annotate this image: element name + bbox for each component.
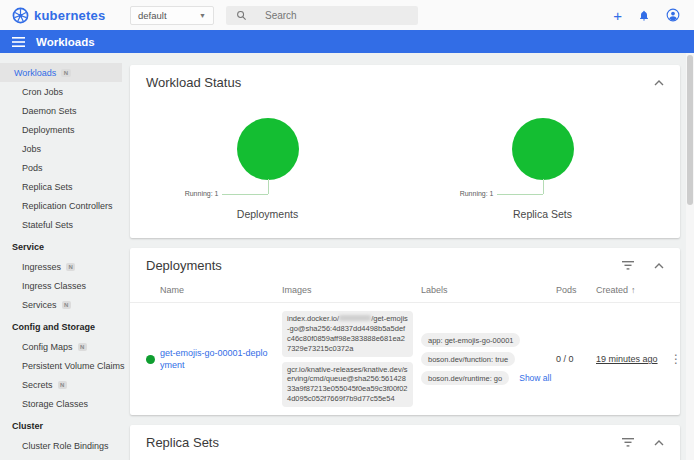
search-icon: [236, 10, 247, 21]
search-input[interactable]: Search: [226, 6, 418, 25]
pie-slice-running: [237, 118, 299, 180]
filter-icon[interactable]: [622, 438, 634, 447]
kubernetes-logo[interactable]: kubernetes: [0, 7, 118, 24]
label-chip: boson.dev/function: true: [421, 352, 515, 366]
pie-slice-running: [512, 118, 574, 180]
menu-hamburger-icon[interactable]: [12, 37, 25, 47]
namespace-selector[interactable]: default ▼: [130, 6, 214, 25]
card-title: Workload Status: [146, 75, 654, 90]
create-resource-button[interactable]: +: [613, 8, 622, 23]
page-title: Workloads: [36, 36, 95, 48]
scrollbar-thumb[interactable]: [687, 55, 693, 205]
sidebar-item-replication-controllers[interactable]: Replication Controllers: [0, 196, 122, 215]
column-header-images[interactable]: Images: [282, 285, 421, 295]
app-bar: Workloads: [0, 30, 694, 53]
top-actions: +: [613, 8, 694, 23]
card-title: Deployments: [146, 258, 622, 273]
card-title: Replica Sets: [146, 435, 622, 450]
column-header-labels[interactable]: Labels: [421, 285, 556, 295]
sidebar-item-label: Persistent Volume Claims: [22, 361, 125, 371]
sidebar-item-label: Secrets: [22, 380, 53, 390]
kubernetes-wheel-icon: [12, 7, 29, 24]
sidebar-item-secrets[interactable]: SecretsN: [0, 375, 122, 394]
sidebar-item-jobs[interactable]: Jobs: [0, 139, 122, 158]
legend-callout-line: [222, 194, 268, 195]
sidebar-section-config-storage: Config and Storage: [0, 314, 122, 337]
sidebar-item-pods[interactable]: Pods: [0, 158, 122, 177]
column-header-created[interactable]: Created ↑: [596, 285, 668, 295]
sidebar-item-config-maps[interactable]: Config MapsN: [0, 337, 122, 356]
sidebar-item-stateful-sets[interactable]: Stateful Sets: [0, 215, 122, 234]
sidebar-item-replica-sets[interactable]: Replica Sets: [0, 177, 122, 196]
sidebar: WorkloadsN Cron Jobs Daemon Sets Deploym…: [0, 53, 122, 460]
chart-title: Deployments: [130, 208, 405, 220]
pie-legend: Running: 1: [185, 190, 219, 197]
image-chip: index.docker.io//get-emojis-go@sha256:4d…: [282, 311, 413, 357]
search-placeholder: Search: [265, 10, 297, 21]
sidebar-item-ingress-classes[interactable]: Ingress Classes: [0, 276, 122, 295]
namespaced-badge: N: [62, 301, 71, 309]
chart-title: Replica Sets: [405, 208, 680, 220]
sidebar-item-ingresses[interactable]: IngressesN: [0, 257, 122, 276]
image-chip: gcr.io/knative-releases/knative.dev/serv…: [282, 362, 413, 408]
sidebar-item-label: Services: [22, 300, 57, 310]
collapse-chevron-icon[interactable]: [654, 263, 664, 269]
collapse-chevron-icon[interactable]: [654, 440, 664, 446]
table-row: get-emojis-go-00001-deployment index.doc…: [130, 303, 680, 415]
labels-cell: app: get-emojis-go-00001 boson.dev/funct…: [421, 331, 556, 388]
created-timestamp[interactable]: 19 minutes ago: [596, 354, 668, 364]
column-header-name[interactable]: Name: [160, 285, 282, 295]
sidebar-item-workloads[interactable]: WorkloadsN: [0, 63, 122, 82]
namespaced-badge: N: [66, 263, 75, 271]
deployments-card: Deployments Name: [130, 248, 680, 415]
sidebar-item-label: Ingresses: [22, 262, 61, 272]
legend-callout-line: [497, 194, 543, 195]
redacted-text: [339, 315, 371, 321]
table-header-row: Name Images Labels Pods Created ↑: [130, 277, 680, 303]
sort-ascending-arrow-icon: ↑: [631, 285, 636, 295]
show-all-link[interactable]: Show all: [519, 373, 551, 383]
sidebar-item-cron-jobs[interactable]: Cron Jobs: [0, 82, 122, 101]
collapse-chevron-icon[interactable]: [654, 80, 664, 86]
top-bar: kubernetes default ▼ Search +: [0, 0, 694, 30]
sidebar-item-deployments[interactable]: Deployments: [0, 120, 122, 139]
workload-status-card: Workload Status Running: 1 Deployments: [130, 65, 680, 238]
sidebar-item-label: Config Maps: [22, 342, 73, 352]
brand-text: kubernetes: [34, 8, 105, 23]
sidebar-item-persistent-volume-claims[interactable]: Persistent Volume ClaimsN: [0, 356, 122, 375]
pods-count: 0 / 0: [556, 354, 596, 364]
namespace-value: default: [138, 10, 167, 21]
namespaced-badge: N: [58, 381, 67, 389]
notifications-bell-icon[interactable]: [638, 9, 650, 22]
sidebar-item-services[interactable]: ServicesN: [0, 295, 122, 314]
pie-legend: Running: 1: [460, 190, 494, 197]
table-header-row: Name Images Labels Pods Created ↑: [130, 454, 680, 460]
row-actions-kebab-icon[interactable]: ⋮: [668, 352, 684, 366]
namespaced-badge: N: [61, 69, 70, 77]
label-chip: boson.dev/runtime: go: [421, 371, 509, 385]
sidebar-section-cluster: Cluster: [0, 413, 122, 436]
images-cell: index.docker.io//get-emojis-go@sha256:4d…: [282, 311, 421, 407]
column-header-pods[interactable]: Pods: [556, 285, 596, 295]
sidebar-item-storage-classes[interactable]: Storage Classes: [0, 394, 122, 413]
page-scrollbar[interactable]: [686, 53, 694, 460]
sidebar-item-cluster-roles[interactable]: Cluster Roles: [0, 455, 122, 460]
label-chip: app: get-emojis-go-00001: [421, 333, 520, 347]
legend-callout-line: [268, 179, 269, 194]
namespaced-badge: N: [78, 343, 87, 351]
sidebar-item-daemon-sets[interactable]: Daemon Sets: [0, 101, 122, 120]
replica-sets-card: Replica Sets Name: [130, 425, 680, 460]
chevron-down-icon: ▼: [199, 12, 206, 19]
replica-sets-pie-chart: Running: 1 Replica Sets: [405, 118, 680, 228]
main-content: Workload Status Running: 1 Deployments: [122, 53, 694, 460]
sidebar-item-label: Workloads: [14, 68, 56, 78]
deployments-pie-chart: Running: 1 Deployments: [130, 118, 405, 228]
deployment-name-link[interactable]: get-emojis-go-00001-deployment: [160, 347, 282, 371]
filter-icon[interactable]: [622, 261, 634, 270]
sidebar-section-service: Service: [0, 234, 122, 257]
user-account-icon[interactable]: [666, 8, 680, 22]
status-running-dot: [146, 355, 155, 364]
sidebar-item-cluster-role-bindings[interactable]: Cluster Role Bindings: [0, 436, 122, 455]
legend-callout-line: [543, 179, 544, 194]
column-header-label: Created: [596, 285, 628, 295]
